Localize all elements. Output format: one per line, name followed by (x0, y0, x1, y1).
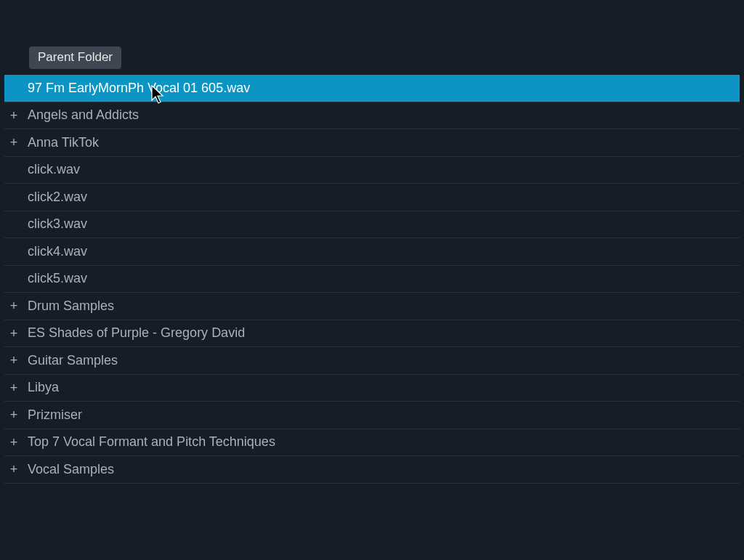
expand-icon[interactable]: + (4, 136, 23, 149)
list-item[interactable]: + click5.wav (4, 266, 740, 293)
expand-icon[interactable]: + (4, 299, 23, 312)
list-item[interactable]: + Top 7 Vocal Formant and Pitch Techniqu… (4, 429, 740, 457)
file-label: 97 Fm EarlyMornPh Vocal 01 605.wav (23, 81, 250, 96)
expand-icon[interactable]: + (4, 109, 23, 122)
list-item[interactable]: + click.wav (4, 157, 740, 184)
parent-folder-button[interactable]: Parent Folder (29, 46, 121, 69)
list-item[interactable]: + Drum Samples (4, 293, 740, 320)
list-item[interactable]: + Libya (4, 375, 740, 402)
file-browser: Parent Folder + 97 Fm EarlyMornPh Vocal … (0, 0, 744, 484)
file-label: Drum Samples (23, 299, 114, 314)
file-label: Libya (23, 380, 59, 395)
list-item[interactable]: + click4.wav (4, 238, 740, 266)
expand-icon[interactable]: + (4, 408, 23, 421)
expand-icon[interactable]: + (4, 354, 23, 367)
file-label: Guitar Samples (23, 353, 118, 368)
list-item[interactable]: + Guitar Samples (4, 347, 740, 375)
list-item[interactable]: + 97 Fm EarlyMornPh Vocal 01 605.wav (4, 75, 740, 102)
list-item[interactable]: + Angels and Addicts (4, 102, 740, 130)
expand-icon[interactable]: + (4, 463, 23, 476)
file-label: Angels and Addicts (23, 107, 139, 123)
list-item[interactable]: + Vocal Samples (4, 456, 740, 484)
expand-icon[interactable]: + (4, 436, 23, 449)
file-label: Anna TikTok (23, 135, 99, 150)
expand-icon[interactable]: + (4, 327, 23, 340)
file-label: ES Shades of Purple - Gregory David (23, 325, 245, 341)
list-item[interactable]: + ES Shades of Purple - Gregory David (4, 320, 740, 348)
file-label: Top 7 Vocal Formant and Pitch Techniques (23, 434, 275, 450)
list-item[interactable]: + click2.wav (4, 184, 740, 211)
expand-icon[interactable]: + (4, 381, 23, 394)
list-item[interactable]: + click3.wav (4, 211, 740, 239)
file-label: Prizmiser (23, 407, 82, 423)
file-list: + 97 Fm EarlyMornPh Vocal 01 605.wav + A… (4, 75, 740, 484)
file-label: click.wav (23, 162, 80, 177)
file-label: click4.wav (23, 244, 87, 259)
file-label: click2.wav (23, 190, 87, 205)
list-item[interactable]: + Prizmiser (4, 402, 740, 429)
file-label: click3.wav (23, 216, 87, 232)
file-label: click5.wav (23, 271, 87, 286)
file-label: Vocal Samples (23, 462, 114, 477)
list-item[interactable]: + Anna TikTok (4, 129, 740, 157)
